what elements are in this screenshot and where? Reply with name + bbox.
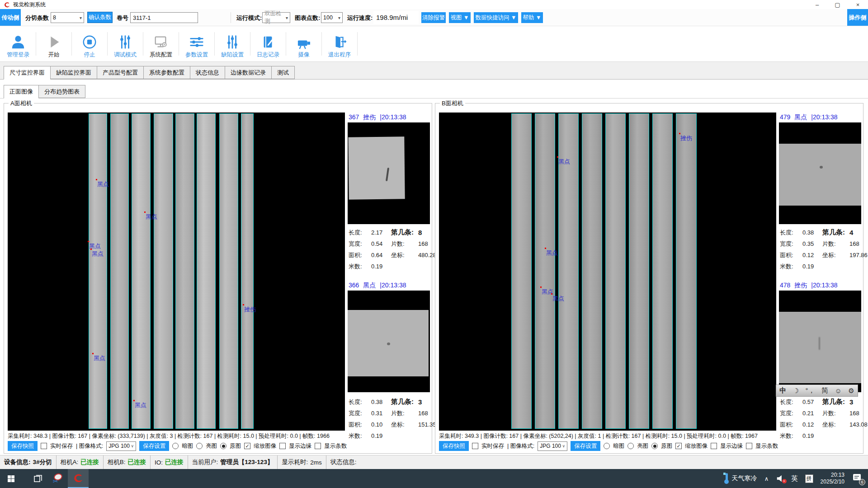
stat-label: 面积:: [349, 251, 371, 259]
defect-settings-button[interactable]: 缺陷设置: [217, 29, 248, 59]
slice-count-dropdown[interactable]: 8▾: [51, 12, 84, 23]
stop-button[interactable]: 停止: [74, 29, 105, 59]
radio-label: 暗图: [182, 442, 193, 450]
clear-alarm-button[interactable]: 清除报警: [421, 12, 446, 23]
tray-expand-button[interactable]: ∧: [760, 469, 774, 488]
stat-value: 197.86: [849, 252, 868, 258]
show-strips-checkbox[interactable]: [746, 443, 752, 449]
clock-tray-item[interactable]: 20:13 2025/2/10: [817, 469, 848, 488]
exit-program-button[interactable]: 退出程序: [324, 29, 355, 59]
help-menu-button[interactable]: 帮助 ▼: [521, 12, 543, 23]
ime-mode-indicator[interactable]: 拼: [802, 469, 817, 488]
ime-fullwidth-icon[interactable]: ☽: [793, 387, 799, 395]
action-center-button[interactable]: 6: [848, 469, 868, 488]
confirm-count-button[interactable]: 确认条数: [87, 12, 113, 23]
strip: [241, 113, 254, 429]
run-mode-label: 运行模式:: [236, 14, 262, 22]
bright-image-radio[interactable]: [196, 443, 203, 449]
ime-simplified-icon[interactable]: 简: [821, 386, 828, 395]
stat-label: 片数:: [391, 240, 418, 248]
language-indicator[interactable]: 英: [788, 469, 802, 488]
tab-defect-monitor[interactable]: 缺陷监控界面: [50, 66, 97, 79]
param-settings-button[interactable]: 参数设置: [181, 29, 212, 59]
save-settings-button[interactable]: 保存设置: [139, 441, 169, 451]
tab-edge-data-record[interactable]: 边缘数据记录: [225, 66, 272, 79]
tab-distribution-chart[interactable]: 分布趋势图表: [38, 85, 85, 98]
ime-punctuation-icon[interactable]: °，: [806, 386, 815, 395]
tab-size-monitor[interactable]: 尺寸监控界面: [4, 66, 51, 80]
camera-b-image[interactable]: 挫伤 黑点 黑点 黑点 黑点: [439, 113, 776, 431]
chevron-down-icon: ▾: [286, 15, 288, 20]
image-format-label: | 图像格式:: [507, 442, 534, 450]
save-snapshot-button[interactable]: 保存快照: [8, 441, 38, 451]
tab-status-info[interactable]: 状态信息: [190, 66, 225, 79]
show-edges-checkbox[interactable]: [279, 443, 286, 449]
stat-value: 0.10: [371, 421, 391, 428]
stat-label: 面积:: [780, 421, 802, 429]
dark-image-radio[interactable]: [172, 443, 179, 449]
vertical-sliders-icon: [225, 34, 240, 50]
show-strips-checkbox[interactable]: [315, 443, 321, 449]
defect-time: |20:13:38: [811, 113, 837, 122]
roll-input[interactable]: 3117-1: [130, 12, 198, 23]
defect-id: 478: [780, 282, 790, 290]
system-config-button[interactable]: 系统配置: [146, 29, 176, 59]
defect-id: 367: [349, 113, 359, 122]
ime-chinese-mode[interactable]: 中: [779, 386, 786, 395]
debug-mode-button[interactable]: 调试模式: [110, 29, 141, 59]
minimize-button[interactable]: –: [807, 0, 827, 9]
ime-emoji-icon[interactable]: ☺: [835, 387, 841, 394]
image-format-select[interactable]: JPG 100∨: [538, 441, 567, 451]
data-quick-access-menu-button[interactable]: 数据快捷访问 ▼: [474, 12, 518, 23]
image-format-select[interactable]: JPG 100∨: [106, 441, 136, 451]
task-view-button[interactable]: [28, 469, 48, 488]
zoom-image-checkbox[interactable]: ✓: [244, 443, 250, 449]
original-image-radio[interactable]: [651, 443, 658, 449]
save-settings-button[interactable]: 保存设置: [571, 441, 600, 451]
ime-settings-gear-icon[interactable]: ⚙: [848, 387, 854, 395]
original-image-radio[interactable]: [220, 443, 226, 449]
realtime-save-checkbox[interactable]: [472, 443, 478, 449]
strip: [511, 113, 532, 429]
toolbar-divider: [231, 12, 231, 23]
defect-snapshot: [348, 291, 430, 392]
snipping-tool-icon: ✂: [53, 474, 63, 483]
save-snapshot-button[interactable]: 保存快照: [439, 441, 469, 451]
snipping-tool-button[interactable]: ✂: [48, 469, 68, 488]
checkbox-label: 显示条数: [324, 442, 347, 450]
show-edges-checkbox[interactable]: [711, 443, 717, 449]
snapshot-material: [348, 136, 405, 199]
camera-b-info-line: 采集耗时: 349.3 | 图像计数: 167 | 像素坐标: (5202,24…: [439, 432, 861, 440]
log-record-button[interactable]: 日志记录: [253, 29, 283, 59]
tab-test[interactable]: 测试: [271, 66, 295, 79]
tab-system-param-config[interactable]: 系统参数配置: [143, 66, 190, 79]
bright-image-radio[interactable]: [627, 443, 634, 449]
start-button[interactable]: 开始: [38, 29, 69, 59]
operator-side-button[interactable]: 操作侧: [847, 9, 868, 26]
stat-label: 坐标:: [391, 421, 418, 429]
camera-a-image[interactable]: 黑点 黑点 黑点 黑点 挫伤 黑点 黑点: [8, 113, 345, 431]
dark-image-radio[interactable]: [604, 443, 610, 449]
maximize-button[interactable]: ▢: [827, 0, 848, 9]
view-menu-button[interactable]: 视图 ▼: [449, 12, 471, 23]
zoom-image-checkbox[interactable]: ✓: [675, 443, 682, 449]
chevron-down-icon: ∨: [562, 444, 566, 448]
capture-button[interactable]: 摄像: [288, 29, 319, 59]
stat-value: 0.38: [802, 229, 822, 236]
stat-value: 0.19: [802, 263, 822, 270]
tab-product-model-config[interactable]: 产品型号配置: [97, 66, 144, 79]
toolbar-separator: [107, 32, 108, 56]
chart-points-dropdown[interactable]: 100▾: [321, 12, 343, 23]
realtime-save-checkbox[interactable]: [41, 443, 47, 449]
stat-value: 480.28: [418, 252, 436, 258]
drive-side-button[interactable]: 传动侧: [0, 9, 21, 26]
tab-front-image[interactable]: 正面图像: [4, 85, 39, 99]
close-button[interactable]: ×: [848, 0, 868, 9]
stat-value: 0.64: [371, 252, 391, 258]
volume-muted-button[interactable]: ×: [774, 469, 788, 488]
run-mode-dropdown[interactable]: 双面检测▾: [262, 12, 290, 23]
app-taskbar-button[interactable]: [68, 469, 89, 488]
start-button[interactable]: [0, 469, 22, 488]
weather-tray-item[interactable]: 天气寒冷: [721, 469, 760, 488]
admin-login-button[interactable]: 管理登录: [3, 29, 33, 59]
